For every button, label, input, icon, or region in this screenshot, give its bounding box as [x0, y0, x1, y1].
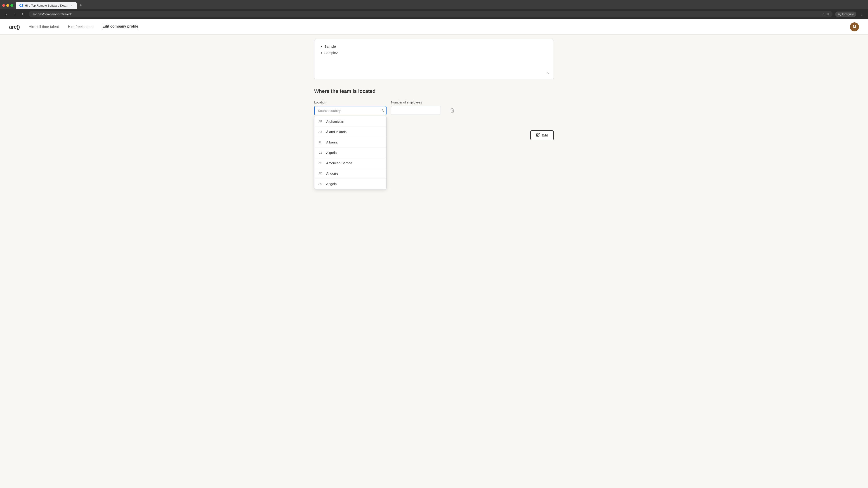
dropdown-item-andorre[interactable]: AD Andorre: [314, 168, 386, 179]
active-tab[interactable]: Hire Top Remote Software Dev... ×: [16, 2, 76, 9]
search-input-wrapper: AF Afghanistan AX Åland Islands AL Alban…: [314, 106, 386, 115]
country-name: American Samoa: [326, 161, 352, 165]
bookmark-icon[interactable]: ☆: [822, 12, 825, 16]
location-section-title: Where the team is located: [314, 88, 554, 94]
address-icons: ☆ ⧉: [822, 12, 829, 16]
maximize-window-button[interactable]: [10, 4, 13, 7]
country-code: AS: [318, 162, 324, 165]
edit-button-label: Edit: [541, 133, 548, 137]
reload-button[interactable]: ↻: [20, 11, 26, 18]
extensions-icon[interactable]: ⧉: [827, 12, 829, 16]
tab-title: Hire Top Remote Software Dev...: [25, 4, 68, 7]
avatar[interactable]: M: [850, 22, 859, 31]
employees-label: Number of employees: [391, 101, 441, 104]
new-tab-button[interactable]: +: [78, 2, 84, 8]
country-code: AF: [318, 120, 324, 123]
svg-point-0: [20, 4, 22, 6]
country-code: AX: [318, 130, 324, 133]
dropdown-item-afghanistan[interactable]: AF Afghanistan: [314, 116, 386, 127]
textarea-list-item: Sample: [324, 44, 549, 49]
app-header: arc() Hire full-time talent Hire freelan…: [0, 19, 868, 35]
search-icon[interactable]: [380, 108, 384, 113]
browser-chrome: Hire Top Remote Software Dev... × + ‹ › …: [0, 0, 868, 19]
delete-location-button[interactable]: [450, 108, 455, 114]
country-code: DZ: [318, 151, 324, 154]
country-code: AO: [318, 182, 324, 186]
edit-pencil-icon: [536, 133, 540, 137]
country-code: AD: [318, 172, 324, 175]
browser-tab-bar: Hire Top Remote Software Dev... × +: [0, 0, 868, 9]
browser-nav-controls: ‹ › ↻: [4, 11, 26, 18]
resize-icon: ⤡: [546, 71, 549, 74]
window-controls: [2, 4, 13, 7]
country-code: AL: [318, 141, 324, 144]
nav-hire-freelancers[interactable]: Hire freelancers: [68, 25, 93, 29]
country-name: Angola: [326, 182, 337, 186]
dropdown-item-american-samoa[interactable]: AS American Samoa: [314, 158, 386, 168]
more-menu-button[interactable]: ⋮: [858, 11, 864, 18]
svg-point-1: [839, 13, 840, 14]
app-logo[interactable]: arc(): [9, 24, 20, 30]
app-nav: Hire full-time talent Hire freelancers E…: [29, 24, 841, 29]
dropdown-item-albania[interactable]: AL Albania: [314, 137, 386, 148]
textarea-list: Sample Sample2: [319, 44, 549, 56]
svg-line-3: [383, 111, 383, 112]
search-country-input[interactable]: [314, 106, 386, 115]
nav-edit-profile[interactable]: Edit company profile: [102, 24, 138, 29]
back-button[interactable]: ‹: [4, 11, 10, 18]
address-text: arc.dev/company-profile/edit: [33, 12, 820, 16]
incognito-label: Incognito: [842, 12, 854, 16]
forward-button[interactable]: ›: [12, 11, 18, 18]
location-field-group: Location AF Afghan: [314, 101, 386, 115]
tab-favicon: [20, 4, 23, 7]
browser-address-bar: ‹ › ↻ arc.dev/company-profile/edit ☆ ⧉ I…: [0, 9, 868, 19]
textarea-content: Sample Sample2: [319, 44, 549, 56]
minimize-window-button[interactable]: [6, 4, 9, 7]
incognito-badge: Incognito: [835, 11, 856, 17]
dropdown-item-aland[interactable]: AX Åland Islands: [314, 127, 386, 137]
browser-toolbar-right: Incognito ⋮: [835, 11, 864, 18]
country-dropdown: AF Afghanistan AX Åland Islands AL Alban…: [314, 116, 386, 189]
dropdown-item-algeria[interactable]: DZ Algeria: [314, 148, 386, 158]
country-name: Åland Islands: [326, 130, 346, 134]
location-label: Location: [314, 101, 386, 104]
location-section: Where the team is located Location: [314, 88, 554, 141]
location-row: Location AF Afghan: [314, 101, 554, 115]
address-field[interactable]: arc.dev/company-profile/edit ☆ ⧉: [29, 11, 833, 18]
main-content: Sample Sample2 ⤡ Where the team is locat…: [305, 35, 563, 151]
country-name: Albania: [326, 140, 338, 144]
description-textarea-section: Sample Sample2 ⤡: [314, 39, 554, 79]
textarea-list-item: Sample2: [324, 50, 549, 56]
tab-close-button[interactable]: ×: [69, 4, 73, 7]
employees-input[interactable]: [391, 106, 441, 115]
textarea-resize-handle: ⤡: [319, 57, 549, 74]
edit-company-button[interactable]: Edit: [530, 130, 554, 140]
country-name: Afghanistan: [326, 120, 344, 123]
close-window-button[interactable]: [2, 4, 5, 7]
country-name: Andorre: [326, 171, 338, 175]
nav-hire-fulltime[interactable]: Hire full-time talent: [29, 25, 59, 29]
employees-field-group: Number of employees: [391, 101, 441, 115]
country-name: Algeria: [326, 151, 337, 155]
dropdown-item-angola[interactable]: AO Angola: [314, 179, 386, 189]
dropdown-scroll[interactable]: AF Afghanistan AX Åland Islands AL Alban…: [314, 116, 386, 189]
